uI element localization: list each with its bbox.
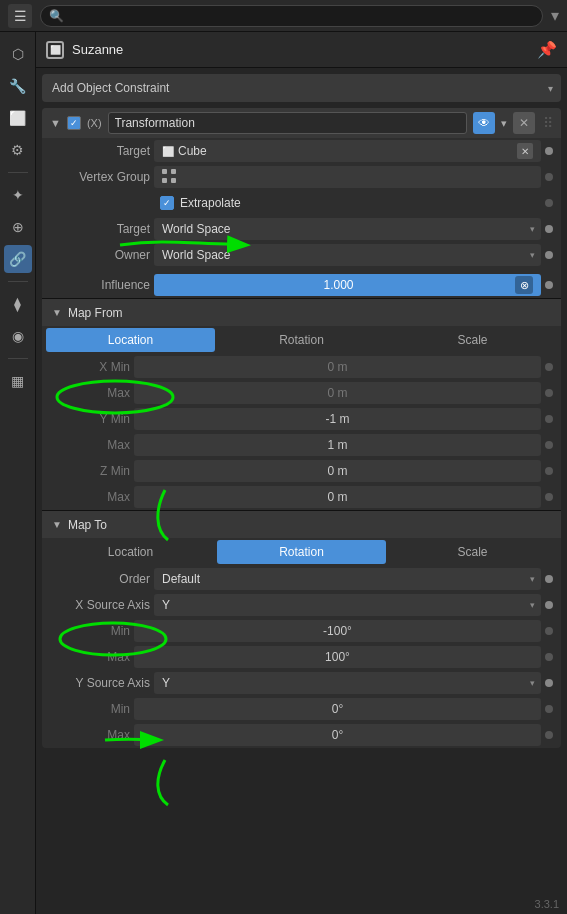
sidebar-divider-2	[8, 281, 28, 282]
map-from-z-max-row: Max 0 m	[42, 484, 561, 510]
target-space-row: Target World Space ▾	[42, 216, 561, 242]
influence-value: 1.000	[162, 278, 515, 292]
y-source-min-dot	[545, 705, 553, 713]
menu-icon[interactable]: ☰	[8, 4, 32, 28]
x-source-max-value[interactable]: 100°	[134, 646, 541, 668]
y-source-max-dot	[545, 731, 553, 739]
map-from-label: Map From	[68, 306, 123, 320]
map-from-tab-rotation[interactable]: Rotation	[217, 328, 386, 352]
order-label: Order	[50, 572, 150, 586]
object-icon: ⬜	[46, 41, 64, 59]
y-min-label: Y Min	[50, 412, 130, 426]
map-from-tab-scale[interactable]: Scale	[388, 328, 557, 352]
x-min-value[interactable]: 0 m	[134, 356, 541, 378]
map-from-header[interactable]: ▼ Map From	[42, 298, 561, 326]
order-dot	[545, 575, 553, 583]
x-max-value[interactable]: 0 m	[134, 382, 541, 404]
owner-space-row: Owner World Space ▾	[42, 242, 561, 268]
top-bar: ☰ 🔍 ▾	[0, 0, 567, 32]
sidebar-icon-data[interactable]: ⧫	[4, 290, 32, 318]
map-to-tab-location[interactable]: Location	[46, 540, 215, 564]
object-name: Suzanne	[72, 42, 123, 57]
y-source-max-label: Max	[50, 728, 130, 742]
x-source-axis-dot	[545, 601, 553, 609]
x-source-min-label: Min	[50, 624, 130, 638]
influence-label: Influence	[50, 278, 150, 292]
map-from-z-min-row: Z Min 0 m	[42, 458, 561, 484]
vertex-group-dot	[545, 173, 553, 181]
constraint-close-button[interactable]: ✕	[513, 112, 535, 134]
map-from-tab-location[interactable]: Location	[46, 328, 215, 352]
owner-space-arrow-icon: ▾	[530, 250, 535, 260]
sidebar-divider-3	[8, 358, 28, 359]
x-source-max-dot	[545, 653, 553, 661]
order-row: Order Default ▾	[42, 566, 561, 592]
influence-slider[interactable]: 1.000 ⊗	[154, 274, 541, 296]
constraint-eye-icon[interactable]: 👁	[473, 112, 495, 134]
vertex-group-row: Vertex Group	[42, 164, 561, 190]
x-source-max-label: Max	[50, 650, 130, 664]
sidebar-icon-constraints[interactable]: 🔗	[4, 245, 32, 273]
y-source-axis-value: Y	[162, 676, 170, 690]
constraint-expand-icon[interactable]: ▾	[501, 117, 507, 130]
search-bar[interactable]: 🔍	[40, 5, 543, 27]
constraint-toggle-icon[interactable]: ▼	[50, 117, 61, 129]
constraint-x-label: (X)	[87, 117, 102, 129]
y-max-label: Max	[50, 438, 130, 452]
map-from-toggle-icon: ▼	[52, 307, 62, 318]
y-source-max-value[interactable]: 0°	[134, 724, 541, 746]
sidebar-icon-particles[interactable]: ✦	[4, 181, 32, 209]
target-space-dropdown[interactable]: World Space ▾	[154, 218, 541, 240]
sidebar-icon-modifier[interactable]: ⚙	[4, 136, 32, 164]
pin-icon[interactable]: 📌	[537, 40, 557, 59]
y-source-axis-label: Y Source Axis	[50, 676, 150, 690]
main-panel: ⬜ Suzanne 📌 Add Object Constraint ▾ ▼ ✓ …	[36, 32, 567, 914]
properties-panel: Add Object Constraint ▾ ▼ ✓ (X) 👁 ▾ ✕ ⠿	[36, 68, 567, 914]
y-source-axis-dropdown[interactable]: Y ▾	[154, 672, 541, 694]
y-max-value[interactable]: 1 m	[134, 434, 541, 456]
x-source-axis-value: Y	[162, 598, 170, 612]
y-source-min-value[interactable]: 0°	[134, 698, 541, 720]
influence-reset-icon[interactable]: ⊗	[515, 276, 533, 294]
add-constraint-button[interactable]: Add Object Constraint ▾	[42, 74, 561, 102]
map-from-y-max-row: Max 1 m	[42, 432, 561, 458]
constraint-enabled-checkbox[interactable]: ✓	[67, 116, 81, 130]
target-clear-button[interactable]: ✕	[517, 143, 533, 159]
sidebar-icon-object[interactable]: ⬜	[4, 104, 32, 132]
x-source-min-value[interactable]: -100°	[134, 620, 541, 642]
map-to-tab-scale[interactable]: Scale	[388, 540, 557, 564]
target-space-dot	[545, 225, 553, 233]
owner-space-dropdown[interactable]: World Space ▾	[154, 244, 541, 266]
sidebar-icon-scene[interactable]: ⬡	[4, 40, 32, 68]
topbar-right-icon: ▾	[551, 6, 559, 25]
order-value: Default	[162, 572, 200, 586]
map-to-tab-rotation[interactable]: Rotation	[217, 540, 386, 564]
order-dropdown[interactable]: Default ▾	[154, 568, 541, 590]
sidebar-divider-1	[8, 172, 28, 173]
sidebar-icon-physics[interactable]: ⊕	[4, 213, 32, 241]
extrapolate-checkbox[interactable]: ✓	[160, 196, 174, 210]
map-to-label: Map To	[68, 518, 107, 532]
z-min-label: Z Min	[50, 464, 130, 478]
z-max-label: Max	[50, 490, 130, 504]
sidebar-icon-render[interactable]: ▦	[4, 367, 32, 395]
x-source-axis-dropdown[interactable]: Y ▾	[154, 594, 541, 616]
x-source-axis-arrow-icon: ▾	[530, 600, 535, 610]
constraint-name-input[interactable]	[108, 112, 467, 134]
z-min-value[interactable]: 0 m	[134, 460, 541, 482]
constraint-drag-handle[interactable]: ⠿	[543, 115, 553, 131]
y-min-value[interactable]: -1 m	[134, 408, 541, 430]
target-value[interactable]: ⬜ Cube ✕	[154, 140, 541, 162]
target-label: Target	[50, 144, 150, 158]
x-max-label: Max	[50, 386, 130, 400]
map-to-tabs: Location Rotation Scale	[42, 538, 561, 566]
x-max-dot	[545, 389, 553, 397]
sidebar-icon-tools[interactable]: 🔧	[4, 72, 32, 100]
z-max-value[interactable]: 0 m	[134, 486, 541, 508]
search-icon: 🔍	[49, 9, 64, 23]
map-to-header[interactable]: ▼ Map To	[42, 510, 561, 538]
constraint-block: ▼ ✓ (X) 👁 ▾ ✕ ⠿ Target ⬜ Cube ✕	[42, 108, 561, 748]
vertex-group-input[interactable]	[154, 166, 541, 188]
target-space-arrow-icon: ▾	[530, 224, 535, 234]
sidebar-icon-material[interactable]: ◉	[4, 322, 32, 350]
